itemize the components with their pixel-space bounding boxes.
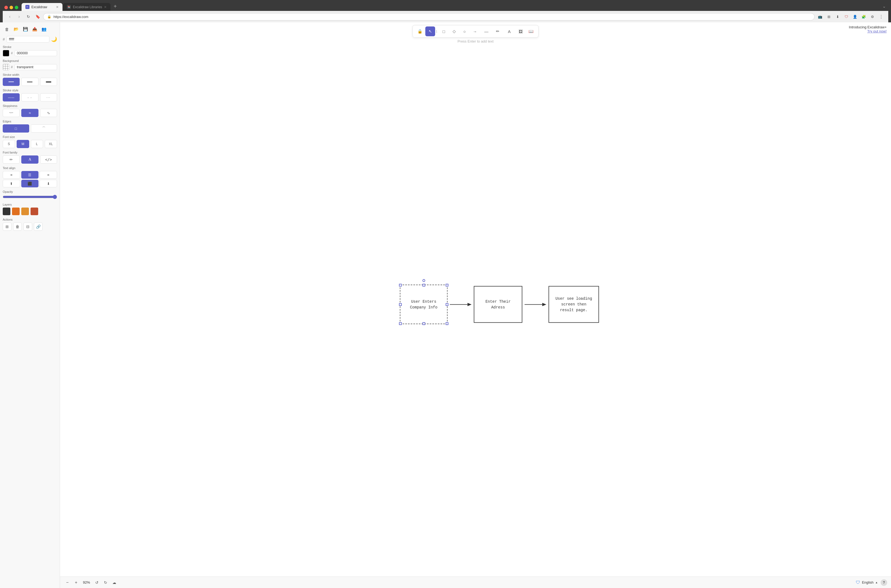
bg-swatch[interactable] — [3, 64, 9, 70]
select-tool-btn[interactable]: ↖ — [425, 27, 435, 36]
export-button[interactable]: 📤 — [30, 25, 39, 33]
action-link[interactable]: 🔗 — [34, 222, 42, 231]
rotation-handle[interactable] — [422, 279, 425, 282]
tab-close-1[interactable]: ✕ — [56, 5, 58, 9]
stroke-width-thin[interactable] — [3, 78, 20, 86]
traffic-light-red[interactable] — [4, 6, 8, 9]
tab-add-button[interactable]: + — [111, 3, 119, 11]
bookmark-manager-icon[interactable]: ⊞ — [825, 13, 832, 21]
text-align-right[interactable]: ≡ — [39, 171, 57, 178]
puzzle-icon[interactable]: ⚙ — [868, 13, 876, 21]
layer-btn-2[interactable] — [12, 207, 20, 215]
menu-icon[interactable]: ⋮ — [878, 13, 885, 21]
layer-btn-1[interactable] — [3, 207, 10, 215]
traffic-light-yellow[interactable] — [9, 6, 13, 9]
forward-button[interactable]: › — [15, 13, 23, 21]
diagram-box-1[interactable]: User Enters Company Info — [400, 285, 448, 324]
image-tool-btn[interactable]: 🖼 — [516, 27, 526, 36]
diamond-tool-btn[interactable]: ◇ — [449, 27, 459, 36]
font-family-code[interactable]: </> — [40, 156, 57, 164]
zoom-out-button[interactable]: − — [64, 579, 71, 586]
opacity-slider[interactable] — [3, 195, 57, 199]
tab-close-2[interactable]: ✕ — [104, 5, 106, 9]
shield-browser-icon[interactable]: 🛡 — [843, 13, 850, 21]
zoom-level[interactable]: 92% — [81, 580, 92, 585]
tab-active[interactable]: ✏ Excalidraw ✕ — [21, 3, 63, 11]
handle-bl[interactable] — [399, 322, 402, 325]
bg-color-input[interactable]: ffffff — [6, 36, 50, 42]
handle-tr[interactable] — [446, 284, 448, 286]
text-align-center[interactable]: ☰ — [21, 171, 39, 178]
profile-icon[interactable]: 👤 — [851, 13, 859, 21]
sloppiness-wavy[interactable]: ≈ — [21, 109, 38, 117]
zoom-in-button[interactable]: + — [73, 579, 80, 586]
text-align-bottom[interactable]: ⬇ — [39, 180, 57, 188]
stroke-style-dashed[interactable]: - - — [21, 93, 38, 102]
back-button[interactable]: ‹ — [6, 13, 14, 21]
sloppiness-very-wavy[interactable]: ∿ — [40, 109, 57, 117]
help-button[interactable]: ? — [880, 579, 887, 586]
undo-button[interactable]: ↺ — [93, 579, 100, 586]
font-size-s[interactable]: S — [3, 140, 15, 148]
action-delete[interactable]: 🗑 — [13, 222, 22, 231]
open-file-button[interactable]: 📂 — [12, 25, 20, 33]
font-family-handwritten[interactable]: ✏ — [3, 156, 20, 164]
handle-br[interactable] — [446, 322, 448, 325]
sloppiness-straight[interactable]: 〰 — [3, 109, 20, 117]
handle-mr[interactable] — [446, 303, 448, 306]
layer-btn-4[interactable] — [30, 207, 38, 215]
handle-tm[interactable] — [422, 284, 425, 286]
tab-list-button[interactable]: ⌄ — [880, 3, 888, 11]
edges-round[interactable]: ⌒ — [31, 124, 57, 132]
promo-link[interactable]: Try out now! — [849, 29, 886, 33]
stroke-style-solid[interactable]: —— — [3, 93, 20, 102]
language-selector[interactable]: 🛡 English ▲ — [856, 580, 878, 585]
stroke-width-thick[interactable] — [40, 78, 57, 86]
handle-tl[interactable] — [399, 284, 402, 286]
circle-tool-btn[interactable]: ○ — [460, 27, 470, 36]
handle-ml[interactable] — [399, 303, 402, 306]
traffic-light-green[interactable] — [15, 6, 18, 9]
save-to-local-button[interactable]: ☁ — [111, 579, 118, 586]
edges-sharp[interactable]: □ — [3, 124, 29, 132]
download-icon[interactable]: ⬇ — [834, 13, 842, 21]
tab-inactive[interactable]: 📚 Excalidraw Libraries ✕ — [63, 3, 111, 11]
diagram-box-3[interactable]: User see loading screen then result page… — [549, 286, 599, 323]
diagram-box-2[interactable]: Enter Their Adress — [474, 286, 522, 323]
font-size-l[interactable]: L — [31, 140, 43, 148]
layer-btn-3[interactable] — [21, 207, 29, 215]
action-duplicate[interactable]: ⊟ — [24, 222, 32, 231]
extensions-icon[interactable]: 🧩 — [860, 13, 867, 21]
stroke-color-input[interactable]: 000000 — [15, 50, 57, 56]
library-tool-btn[interactable]: 📖 — [526, 27, 536, 36]
text-align-top[interactable]: ⬆ — [3, 180, 20, 188]
rectangle-tool-btn[interactable]: □ — [439, 27, 449, 36]
bookmark-button[interactable]: 🔖 — [34, 13, 42, 21]
collaborate-button[interactable]: 👥 — [40, 25, 48, 33]
save-file-button[interactable]: 💾 — [21, 25, 30, 33]
line-tool-btn[interactable]: — — [482, 27, 491, 36]
bg-value-input[interactable]: transparent — [15, 64, 57, 70]
bottom-bar: − + 92% ↺ ↻ ☁ 🛡 English ▲ ? — [60, 576, 891, 588]
redo-button[interactable]: ↻ — [102, 579, 109, 586]
reload-button[interactable]: ↻ — [24, 13, 32, 21]
screen-cast-icon[interactable]: 📺 — [816, 13, 824, 21]
url-bar[interactable]: 🔒 https://excalidraw.com — [43, 13, 814, 21]
stroke-color-swatch[interactable] — [3, 50, 9, 57]
font-size-m[interactable]: M — [16, 140, 29, 148]
canvas-area[interactable]: 🔒 ↖ 1 □ ◇ ○ → — ✏ A 🖼 📖 Press Enter to a… — [60, 22, 891, 588]
font-size-xl[interactable]: XL — [45, 140, 57, 148]
handle-bm[interactable] — [422, 322, 425, 325]
text-align-left[interactable]: ≡ — [3, 171, 20, 178]
pencil-tool-btn[interactable]: ✏ — [493, 27, 503, 36]
lock-tool-btn[interactable]: 🔒 — [415, 27, 425, 36]
arrow-tool-btn[interactable]: → — [470, 27, 480, 36]
stroke-style-dotted[interactable]: ··· — [40, 93, 57, 102]
trash-button[interactable]: 🗑 — [3, 25, 11, 33]
action-send-to-back[interactable]: ⊞ — [3, 222, 12, 231]
stroke-width-medium[interactable] — [21, 78, 38, 86]
moon-icon[interactable]: 🌙 — [51, 36, 57, 42]
text-align-middle[interactable]: ⬛ — [21, 180, 39, 188]
font-family-normal[interactable]: A — [21, 156, 38, 164]
text-tool-btn[interactable]: A — [504, 27, 514, 36]
